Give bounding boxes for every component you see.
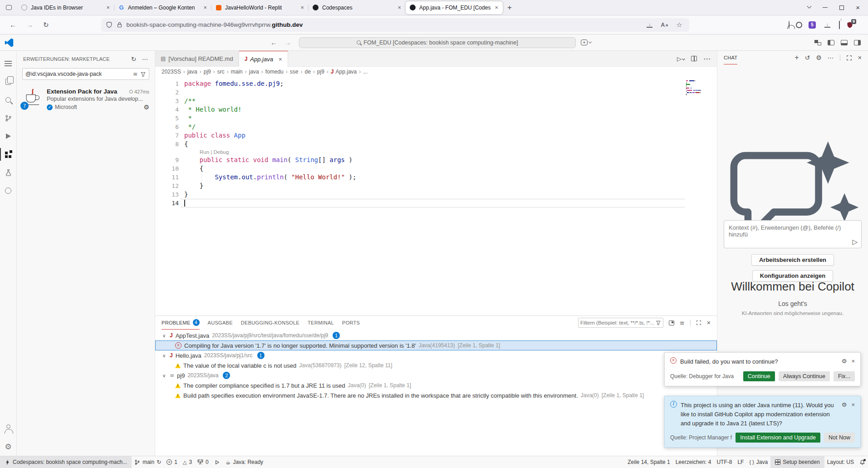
activity-item-search[interactable] (0, 91, 17, 109)
code-line[interactable]: 3/** (155, 97, 717, 105)
browser-tab[interactable]: Java IDEs in Browser× (17, 1, 114, 14)
code-line[interactable]: 7public class App (155, 131, 717, 140)
new-chat-icon[interactable]: + (794, 54, 799, 62)
activity-item-source-control[interactable] (0, 109, 17, 127)
close-tab-icon[interactable]: × (397, 4, 402, 11)
expand-chat-icon[interactable] (846, 55, 852, 61)
close-tab-icon[interactable]: × (202, 4, 208, 11)
minimize-icon[interactable] (823, 7, 828, 8)
status-item[interactable]: 0 (195, 456, 211, 468)
panel-tab-probleme[interactable]: PROBLEME4 (162, 316, 200, 330)
breadcrumb-item[interactable]: fomedu (265, 69, 284, 75)
share-icon[interactable] (839, 21, 840, 29)
customize-layout-icon[interactable] (814, 40, 821, 45)
activity-item-explorer[interactable] (0, 73, 17, 91)
status-item[interactable] (211, 456, 223, 468)
notification-button[interactable]: Always Continue (779, 371, 830, 381)
problem-group-row[interactable]: ∨JAppTest.java2023SS/java/pj9/src/test/j… (155, 330, 717, 340)
editor-tab-appjava[interactable]: J App.java × (239, 51, 288, 67)
panel-tab-ports[interactable]: PORTS (342, 316, 360, 330)
problem-row[interactable]: The value of the local variable c is not… (155, 360, 717, 370)
status-item[interactable]: UTF-8 (714, 456, 735, 468)
close-chat-icon[interactable]: × (858, 54, 862, 61)
close-notification-icon[interactable]: × (851, 358, 855, 365)
account-icon[interactable] (789, 21, 790, 29)
extension-search-input[interactable] (25, 71, 130, 77)
downloads-icon[interactable]: ↓ (822, 22, 833, 28)
panel-tab-terminal[interactable]: TERMINAL (308, 316, 334, 330)
status-item[interactable]: ×1 (164, 456, 180, 468)
status-item[interactable]: main↻ (132, 456, 164, 468)
close-tab-icon[interactable]: × (279, 56, 282, 63)
browser-tab[interactable]: App.java - FOM_EDU [Codespac× (406, 1, 503, 14)
chat-input[interactable] (724, 221, 861, 248)
chat-settings-gear-icon[interactable]: ⚙ (816, 54, 822, 61)
notification-settings-gear-icon[interactable]: ⚙ (842, 358, 847, 365)
panel-tab-ausgabe[interactable]: AUSGABE (208, 316, 233, 330)
toggle-sidebar-icon[interactable] (828, 40, 834, 45)
view-as-list-icon[interactable]: ≡ (680, 320, 685, 326)
breadcrumb-item[interactable]: pj9 (317, 69, 324, 75)
code-line[interactable]: 4 * Hello world! (155, 105, 717, 114)
security-shield-icon[interactable]: 9 (846, 21, 853, 29)
code-line[interactable]: 10 { (155, 164, 717, 173)
new-tab-button[interactable]: + (503, 3, 516, 12)
filter-icon[interactable] (656, 320, 661, 325)
twistie-icon[interactable]: ∨ (162, 333, 167, 338)
activity-item-remote[interactable] (0, 182, 17, 200)
breadcrumb-item[interactable]: sse (290, 69, 299, 75)
code-line[interactable]: 13} (155, 190, 717, 199)
list-tabs-chevron-icon[interactable] (807, 4, 812, 9)
chat-more-icon[interactable]: ⋯ (828, 54, 834, 61)
code-line[interactable]: 5 * (155, 114, 717, 123)
problem-row[interactable]: The compiler compliance specified is 1.7… (155, 380, 717, 390)
chat-title-tab[interactable]: CHAT (724, 51, 737, 64)
extension-settings-gear-icon[interactable]: ⚙ (143, 103, 149, 111)
breadcrumb-item[interactable]: ... (363, 69, 368, 75)
activity-item-settings[interactable]: ⚙ (0, 438, 17, 456)
problem-row[interactable]: ×Compiling for Java version '1.7' is no … (155, 340, 717, 350)
bookmark-star-icon[interactable]: ☆ (674, 21, 684, 29)
twistie-icon[interactable]: ∨ (162, 373, 167, 378)
maximize-panel-icon[interactable] (696, 320, 701, 325)
notification-settings-gear-icon[interactable]: ⚙ (842, 401, 847, 408)
run-java-button[interactable]: ▷ (677, 55, 685, 62)
code-line[interactable]: 11 System.out.println( "Hello World!" ); (155, 173, 717, 182)
status-item[interactable]: Setup beenden (770, 456, 824, 468)
code-line[interactable]: 1package fomedu.sse.de.pj9; (155, 79, 717, 88)
status-item[interactable]: ☕Java: Ready (223, 456, 266, 468)
nav-forward-icon[interactable]: → (284, 39, 291, 46)
forward-icon[interactable]: → (21, 21, 38, 29)
save-page-icon[interactable]: ↓ (644, 22, 655, 28)
close-tab-icon[interactable]: × (105, 4, 111, 11)
activity-item-extensions[interactable] (0, 145, 17, 163)
notification-button[interactable]: Not Now (824, 433, 855, 443)
more-actions-icon[interactable]: ⋯ (142, 55, 148, 63)
toggle-secondary-sidebar-icon[interactable] (854, 40, 861, 45)
activity-item-account[interactable] (0, 419, 17, 438)
url-bar[interactable]: bookish-space-computing-machine-946wg9vr… (101, 18, 689, 32)
notification-button[interactable]: Continue (743, 371, 775, 381)
code-line[interactable]: 12 } (155, 182, 717, 190)
back-icon[interactable]: ← (5, 21, 21, 29)
refresh-icon[interactable]: ↻ (131, 55, 137, 63)
browser-tab[interactable]: JavaHelloWorld - Replit× (211, 1, 309, 14)
status-item[interactable]: △3 (180, 456, 195, 468)
status-item[interactable]: Layout: US (824, 456, 857, 468)
status-item[interactable]: { }Java (746, 456, 770, 468)
toggle-panel-icon[interactable] (841, 40, 848, 45)
reload-icon[interactable]: ↻ (38, 21, 54, 29)
code-line[interactable]: 14 (155, 199, 717, 207)
command-center[interactable]: FOM_EDU [Codespaces: bookish space compu… (299, 37, 576, 48)
status-item[interactable]: Zeile 14, Spalte 1 (625, 456, 672, 468)
tracking-protection-shield-icon[interactable] (106, 21, 113, 28)
code-editor[interactable]: 1package fomedu.sse.de.pj9;23/**4 * Hell… (155, 77, 717, 315)
breadcrumb-item[interactable]: de (304, 69, 310, 75)
translate-icon[interactable]: Aa (658, 22, 670, 28)
close-window-icon[interactable]: × (856, 4, 860, 11)
copilot-menu[interactable]: + (581, 39, 591, 45)
breadcrumb-item[interactable]: JApp.java (331, 69, 357, 75)
activity-item-run-debug[interactable] (0, 127, 17, 145)
panel-tab-debugging-konsole[interactable]: DEBUGGING-KONSOLE (241, 316, 299, 330)
more-editor-actions-icon[interactable]: ⋯ (703, 54, 711, 63)
